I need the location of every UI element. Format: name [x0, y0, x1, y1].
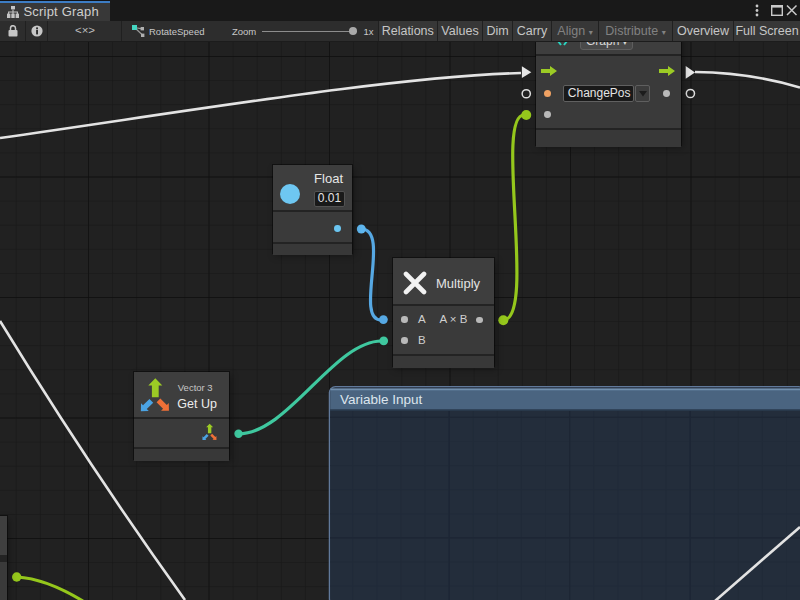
svg-text:Variable Input: Variable Input	[340, 392, 423, 407]
